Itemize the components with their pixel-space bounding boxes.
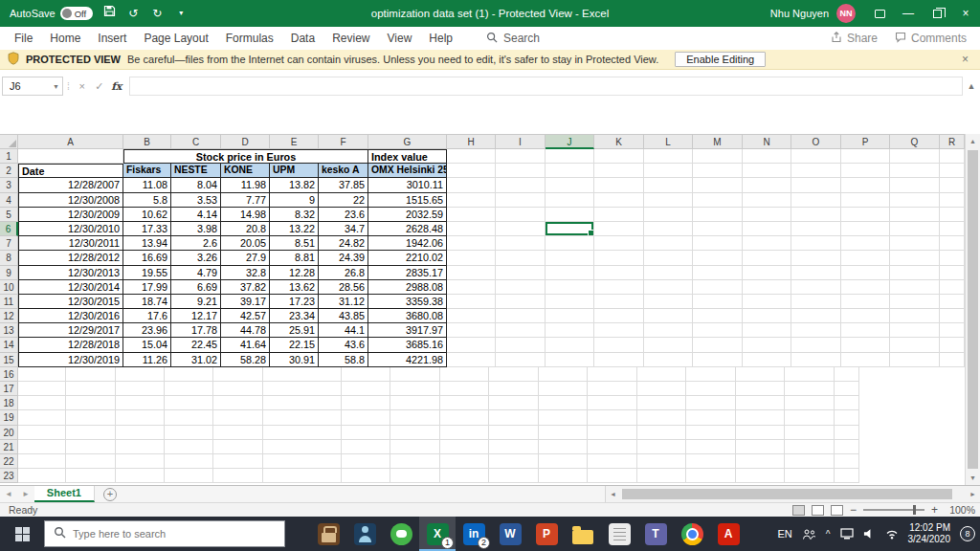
select-all-corner[interactable] [0, 134, 18, 149]
autosave-toggle[interactable]: AutoSave Off [10, 7, 93, 20]
cell-D13[interactable]: 44.78 [221, 323, 270, 338]
cell-H22[interactable] [342, 454, 390, 469]
cell-F6[interactable]: 34.7 [319, 222, 368, 236]
cell-B6[interactable]: 17.33 [123, 222, 171, 236]
quick-access-dropdown-icon[interactable]: ▾ [173, 0, 189, 27]
cell-O2[interactable] [791, 164, 841, 178]
cell-J7[interactable] [546, 236, 594, 251]
cell-Q19[interactable] [785, 410, 835, 425]
cell-L8[interactable] [644, 251, 693, 265]
cell-O1[interactable] [791, 149, 841, 164]
page-layout-view-icon[interactable] [812, 505, 824, 516]
cell-C14[interactable]: 22.45 [171, 338, 221, 352]
cell-L11[interactable] [644, 295, 693, 309]
cell-N2[interactable] [743, 164, 791, 178]
cell-C20[interactable] [66, 426, 116, 440]
formula-bar-resizer[interactable]: ⁞ [63, 81, 74, 92]
cell-P6[interactable] [841, 222, 890, 236]
cell-E15[interactable]: 30.91 [270, 353, 319, 367]
cell-J14[interactable] [546, 338, 594, 352]
cell-H15[interactable] [447, 353, 496, 367]
cell-O3[interactable] [791, 178, 841, 192]
cell-D10[interactable]: 37.82 [221, 280, 270, 295]
cell-H7[interactable] [447, 236, 496, 251]
cell-E18[interactable] [165, 396, 213, 410]
column-header-P[interactable]: P [841, 134, 890, 149]
cell-Q13[interactable] [890, 323, 940, 338]
user-name[interactable]: Nhu Nguyen [770, 8, 829, 19]
cell-L22[interactable] [539, 454, 588, 469]
cell-D5[interactable]: 14.98 [221, 208, 270, 222]
cell-R9[interactable] [940, 266, 965, 280]
cell-C5[interactable]: 4.14 [171, 208, 221, 222]
cell-C9[interactable]: 4.79 [171, 266, 221, 280]
cell-R4[interactable] [940, 193, 965, 208]
row-header-5[interactable]: 5 [0, 208, 18, 222]
cell-K13[interactable] [594, 323, 644, 338]
cell-B7[interactable]: 13.94 [123, 236, 171, 251]
chat-app-icon[interactable] [383, 517, 419, 551]
notes-app-icon[interactable] [601, 517, 637, 551]
cell-M7[interactable] [693, 236, 743, 251]
cell-E14[interactable]: 22.15 [270, 338, 319, 352]
cell-N17[interactable] [637, 382, 686, 396]
cell-F12[interactable]: 43.85 [319, 309, 368, 323]
teams-icon[interactable]: T [637, 517, 674, 551]
menu-tab-help[interactable]: Help [420, 27, 461, 50]
cell-D6[interactable]: 20.8 [221, 222, 270, 236]
cell-N9[interactable] [743, 266, 791, 280]
cell-Q4[interactable] [890, 193, 940, 208]
cell-C3[interactable]: 8.04 [171, 178, 221, 192]
cell-K17[interactable] [489, 382, 539, 396]
cell-J11[interactable] [546, 295, 594, 309]
cell-R6[interactable] [940, 222, 965, 236]
cell-N10[interactable] [743, 280, 791, 295]
cell-F15[interactable]: 58.8 [319, 353, 368, 367]
cell-O23[interactable] [686, 469, 736, 483]
cell-N8[interactable] [743, 251, 791, 265]
zoom-out-icon[interactable]: − [850, 503, 857, 517]
cell-N5[interactable] [743, 208, 791, 222]
cell-M10[interactable] [693, 280, 743, 295]
cell-Q14[interactable] [890, 338, 940, 352]
close-button[interactable]: × [951, 0, 980, 27]
cell-L6[interactable] [644, 222, 693, 236]
cell-G11[interactable]: 3359.38 [368, 295, 447, 309]
cell-G15[interactable]: 4221.98 [368, 353, 447, 367]
cell-D21[interactable] [116, 440, 165, 454]
enable-editing-button[interactable]: Enable Editing [675, 52, 766, 67]
notification-badge[interactable]: 8 [960, 526, 975, 541]
cell-F21[interactable] [213, 440, 263, 454]
cell-R5[interactable] [940, 208, 965, 222]
cell-B10[interactable]: 17.99 [123, 280, 171, 295]
cell-P16[interactable] [736, 367, 785, 382]
cell-L15[interactable] [644, 353, 693, 367]
cell-N16[interactable] [637, 367, 686, 382]
cell-E5[interactable]: 8.32 [270, 208, 319, 222]
cell-R23[interactable] [835, 469, 859, 483]
cell-O22[interactable] [686, 454, 736, 469]
cell-G23[interactable] [263, 469, 342, 483]
sheet-tab-sheet1[interactable]: Sheet1 [34, 486, 95, 502]
cell-G9[interactable]: 2835.17 [368, 266, 447, 280]
cell-E7[interactable]: 8.51 [270, 236, 319, 251]
cell-O7[interactable] [791, 236, 841, 251]
row-header-16[interactable]: 16 [0, 367, 18, 382]
row-header-7[interactable]: 7 [0, 236, 18, 251]
cell-J5[interactable] [546, 208, 594, 222]
menu-tab-data[interactable]: Data [282, 27, 323, 50]
cell-B13[interactable]: 23.96 [123, 323, 171, 338]
row-header-15[interactable]: 15 [0, 353, 18, 367]
cell-L12[interactable] [644, 309, 693, 323]
cell-J3[interactable] [546, 178, 594, 192]
cell-F4[interactable]: 22 [319, 193, 368, 208]
cell-F22[interactable] [213, 454, 263, 469]
cell-Q8[interactable] [890, 251, 940, 265]
cell-C19[interactable] [66, 410, 116, 425]
cell-I18[interactable] [390, 396, 440, 410]
cell-F2[interactable]: kesko A [319, 164, 368, 178]
cell-D20[interactable] [116, 426, 165, 440]
column-header-I[interactable]: I [496, 134, 546, 149]
people-icon[interactable] [802, 528, 816, 540]
cell-O16[interactable] [686, 367, 736, 382]
